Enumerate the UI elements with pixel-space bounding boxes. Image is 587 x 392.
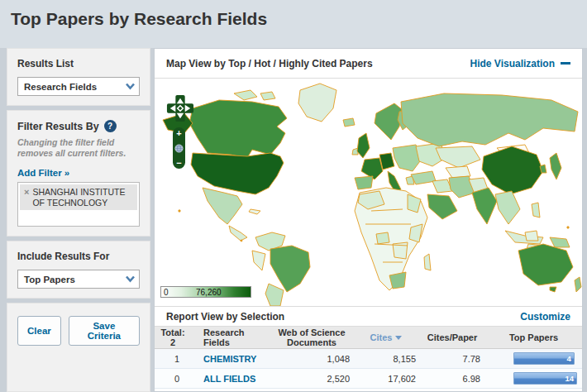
top-papers-bar: 4 bbox=[513, 352, 575, 365]
zoom-out-icon[interactable]: − bbox=[176, 159, 181, 167]
column-header-top-papers[interactable]: Top Papers bbox=[485, 332, 582, 342]
world-map[interactable] bbox=[155, 79, 582, 307]
add-filter-link[interactable]: Add Filter » bbox=[17, 168, 69, 178]
map-canada[interactable] bbox=[189, 100, 287, 158]
cites-label: Cites bbox=[370, 332, 393, 342]
map-australia[interactable] bbox=[518, 244, 573, 285]
total-label: Total: bbox=[155, 327, 191, 337]
column-header-cites-per-paper[interactable]: Cites/Paper bbox=[419, 332, 485, 342]
criteria-buttons-section: Clear Save Criteria bbox=[7, 303, 150, 392]
include-results-select[interactable]: Top Papers bbox=[17, 270, 140, 289]
minus-icon bbox=[561, 62, 570, 65]
top-papers-bar: 14 bbox=[513, 372, 577, 385]
legend-min: 0 bbox=[164, 288, 169, 297]
filter-heading: Filter Results By bbox=[17, 121, 99, 132]
map-color-legend: 0 76,260 bbox=[160, 286, 251, 298]
field-link-all-fields[interactable]: ALL FIELDS bbox=[203, 374, 255, 384]
sort-descending-icon bbox=[395, 336, 402, 340]
include-results-label: Include Results For bbox=[17, 251, 140, 262]
cites-value: 17,602 bbox=[353, 374, 419, 384]
visualization-header: Map View by Top / Hot / Highly Cited Pap… bbox=[155, 49, 582, 79]
include-results-section: Include Results For Top Papers bbox=[7, 241, 150, 299]
total-value: 2 bbox=[155, 337, 191, 347]
map-south-africa[interactable] bbox=[389, 272, 406, 289]
table-header-row: Total: 2 Research Fields Web of Science … bbox=[155, 327, 582, 349]
globe-icon[interactable] bbox=[174, 144, 184, 153]
map-brazil[interactable] bbox=[270, 246, 310, 292]
map-uk[interactable] bbox=[357, 133, 370, 158]
filter-tag-list: × SHANGHAI INSTITUTE OF TECHNOLOGY bbox=[17, 182, 140, 227]
map-japan[interactable] bbox=[550, 153, 561, 179]
legend-max: 76,260 bbox=[196, 288, 222, 297]
results-list-value: Research Fields bbox=[24, 82, 97, 92]
chevron-down-icon bbox=[125, 275, 136, 283]
row-number: 0 bbox=[155, 374, 191, 384]
clear-button[interactable]: Clear bbox=[17, 316, 61, 346]
map-zoom-control[interactable]: + − bbox=[173, 127, 185, 169]
report-title: Report View by Selection bbox=[166, 311, 284, 323]
column-header-research-fields[interactable]: Research Fields bbox=[191, 327, 270, 347]
table-row: 1 CHEMISTRY 1,048 8,155 7.78 4 bbox=[155, 349, 582, 369]
filter-tag-label: SHANGHAI INSTITUTE OF TECHNOLOGY bbox=[32, 187, 134, 208]
documents-value: 1,048 bbox=[270, 354, 353, 364]
hide-visualization-label: Hide Visualization bbox=[470, 58, 555, 69]
cites-value: 8,155 bbox=[353, 354, 419, 364]
table-row: 0 ALL FIELDS 2,520 17,602 6.98 14 bbox=[155, 369, 582, 389]
map-saudi-arabia[interactable] bbox=[427, 194, 457, 219]
cites-per-paper-value: 7.78 bbox=[419, 354, 485, 364]
sidebar: Results List Research Fields Filter Resu… bbox=[7, 48, 150, 392]
map-greenland[interactable] bbox=[298, 84, 336, 122]
row-number: 1 bbox=[155, 354, 191, 364]
map-new-zealand[interactable] bbox=[575, 277, 581, 292]
cites-per-paper-value: 6.98 bbox=[419, 374, 485, 384]
column-header-cites[interactable]: Cites bbox=[353, 332, 419, 342]
map-area: + − 0 76,260 bbox=[155, 79, 582, 307]
field-link-chemistry[interactable]: CHEMISTRY bbox=[203, 354, 256, 364]
filter-section: Filter Results By ? Changing the filter … bbox=[7, 110, 150, 237]
report-header: Report View by Selection Customize bbox=[155, 307, 582, 327]
map-mexico[interactable] bbox=[203, 188, 242, 224]
map-india[interactable] bbox=[472, 188, 497, 224]
filter-note: Changing the filter field removes all cu… bbox=[17, 137, 140, 159]
include-results-value: Top Papers bbox=[24, 275, 75, 284]
total-header: Total: 2 bbox=[155, 327, 191, 347]
map-china[interactable] bbox=[482, 146, 543, 194]
chevron-down-icon bbox=[125, 83, 136, 90]
remove-tag-icon[interactable]: × bbox=[24, 187, 29, 208]
top-papers-value: 4 bbox=[567, 354, 571, 363]
hide-visualization-link[interactable]: Hide Visualization bbox=[470, 58, 570, 69]
save-criteria-button[interactable]: Save Criteria bbox=[69, 316, 140, 346]
top-papers-value: 14 bbox=[565, 374, 574, 383]
results-list-label: Results List bbox=[17, 58, 140, 69]
results-list-select[interactable]: Research Fields bbox=[17, 77, 140, 96]
documents-value: 2,520 bbox=[270, 374, 353, 384]
visualization-title: Map View by Top / Hot / Highly Cited Pap… bbox=[166, 58, 373, 69]
results-list-section: Results List Research Fields bbox=[7, 48, 150, 106]
zoom-in-icon[interactable]: + bbox=[176, 129, 181, 137]
filter-tag: × SHANGHAI INSTITUTE OF TECHNOLOGY bbox=[20, 184, 137, 210]
help-icon[interactable]: ? bbox=[104, 120, 117, 132]
customize-link[interactable]: Customize bbox=[520, 311, 570, 323]
map-russia[interactable] bbox=[401, 93, 578, 146]
column-header-documents[interactable]: Web of Science Documents bbox=[270, 327, 353, 347]
page-title: Top Papers by Research Fields bbox=[11, 9, 267, 29]
map-pan-control[interactable] bbox=[166, 94, 194, 122]
main-panel: Map View by Top / Hot / Highly Cited Pap… bbox=[154, 48, 583, 392]
